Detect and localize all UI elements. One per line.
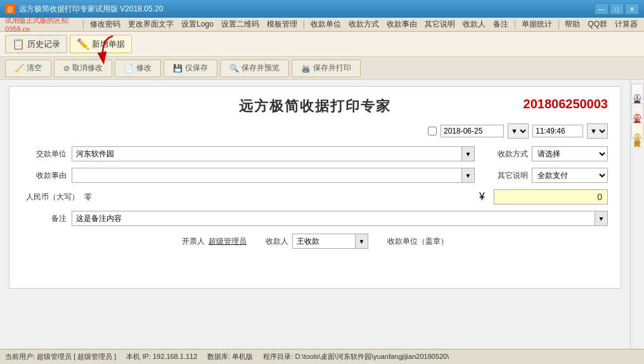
clear-button[interactable]: 🧹 清空	[5, 60, 51, 77]
drawer-label: 开票人	[182, 236, 205, 247]
payer-input[interactable]	[72, 146, 462, 161]
save-label: 仅保存	[185, 63, 208, 73]
title-bar-text: 远方极简收据打印专家试用版 V2018.05.20	[19, 4, 595, 15]
minimize-button[interactable]: —	[595, 3, 609, 15]
menu-receiver[interactable]: 收款人	[459, 18, 489, 31]
reason-dropdown-btn[interactable]: ▼	[462, 168, 475, 183]
status-db: 数据库: 单机版	[207, 352, 253, 361]
reason-input[interactable]	[72, 168, 462, 183]
payment-method-group: 收款方式 请选择 现金 转账 支票	[490, 146, 608, 161]
save-print-button[interactable]: 🖨️ 保存并打印	[292, 60, 361, 77]
date-checkbox[interactable]	[428, 127, 437, 135]
other-desc-group: 其它说明 全款支付 定金 尾款	[490, 168, 608, 183]
sidebar-tab-yellow[interactable]: ③财务联（黄）	[631, 123, 643, 139]
menu-payment-reason[interactable]: 收款事由	[383, 18, 421, 31]
other-select[interactable]: 全款支付 定金 尾款	[532, 168, 608, 183]
receiver-input[interactable]	[292, 234, 356, 249]
menu-modify-password[interactable]: 修改密码	[86, 18, 124, 31]
reason-label: 收款事由	[22, 170, 67, 181]
amount-label: 人民币（大写）	[22, 192, 79, 203]
toolbar: 📋 历史记录 ✏️ 新增单据	[0, 32, 644, 57]
receiver-dropdown-btn[interactable]: ▼	[356, 234, 368, 249]
time-dropdown[interactable]: ▼	[587, 123, 608, 139]
drawer-value: 超级管理员	[209, 236, 247, 247]
reason-field-group: ▼	[72, 168, 475, 183]
save-icon: 💾	[173, 64, 183, 73]
payer-field-group: ▼	[72, 146, 475, 161]
note-label: 备注	[22, 213, 67, 224]
menu-calculator[interactable]: 计算器	[611, 18, 641, 31]
sidebar-tab-red[interactable]: ②客户联（红）	[631, 103, 643, 119]
preview-label: 保存并预览	[242, 63, 280, 73]
edit-label: 修改	[136, 63, 151, 73]
status-user: 当前用户: 超级管理员 [ 超级管理员 ]	[5, 352, 116, 361]
payer-row: 交款单位 ▼ 收款方式 请选择 现金 转账 支票	[22, 146, 608, 161]
print-icon: 🖨️	[301, 64, 311, 73]
note-dropdown-btn[interactable]: ▼	[595, 211, 608, 226]
cancel-icon: ⊘	[63, 64, 70, 73]
note-field-group: ▼	[72, 211, 608, 226]
form-card: 远方极简收据打印专家 201806250003 ▼ ▼ 交款单位 ▼	[9, 86, 621, 289]
menu-bar: 试用版正式版的区别: 0359.cn 修改密码 更改界面文字 设置Logo 设置…	[0, 18, 644, 32]
action-bar: 🧹 清空 ⊘ 取消修改 📄 修改 💾 仅保存 🔍 保存并预览 🖨️ 保存并打印	[0, 57, 644, 80]
menu-help[interactable]: 帮助	[561, 18, 584, 31]
status-ip: 本机 IP: 192.168.1.112	[126, 352, 197, 361]
cancel-edit-button[interactable]: ⊘ 取消修改	[54, 60, 112, 77]
sidebar-tab-white[interactable]: ①存根联（白）	[631, 84, 643, 99]
payer-dropdown-btn[interactable]: ▼	[462, 146, 475, 161]
menu-template[interactable]: 模板管理	[263, 18, 301, 31]
status-bar: 当前用户: 超级管理员 [ 超级管理员 ] 本机 IP: 192.168.1.1…	[0, 349, 644, 364]
receiver-field-group: ▼	[292, 234, 368, 249]
maximize-button[interactable]: □	[610, 3, 624, 15]
menu-other-desc[interactable]: 其它说明	[421, 18, 459, 31]
menu-separator-2	[304, 20, 304, 29]
menu-qq[interactable]: QQ群	[584, 18, 611, 31]
time-input[interactable]	[532, 125, 583, 137]
footer-row: 开票人 超级管理员 收款人 ▼ 收款单位（盖章）	[22, 234, 608, 249]
menu-payer-unit[interactable]: 收款单位	[307, 18, 345, 31]
menu-statistics[interactable]: 单据统计	[518, 18, 556, 31]
amount-chinese-text: 零	[84, 192, 461, 203]
payer-label: 交款单位	[22, 149, 67, 160]
menu-set-logo[interactable]: 设置Logo	[177, 18, 217, 31]
preview-icon: 🔍	[229, 64, 239, 73]
amount-symbol: ¥	[479, 191, 485, 203]
note-input[interactable]	[72, 211, 595, 226]
print-label: 保存并打印	[313, 63, 351, 73]
main-content: 远方极简收据打印专家 201806250003 ▼ ▼ 交款单位 ▼	[0, 80, 644, 349]
payment-method-select[interactable]: 请选择 现金 转账 支票	[532, 146, 608, 161]
menu-separator-4	[558, 20, 559, 29]
date-input[interactable]	[441, 125, 504, 137]
window-controls: — □ ✕	[595, 3, 639, 15]
menu-change-ui[interactable]: 更改界面文字	[124, 18, 177, 31]
reason-row: 收款事由 ▼ 其它说明 全款支付 定金 尾款	[22, 168, 608, 183]
new-label: 新增单据	[92, 39, 125, 50]
close-button[interactable]: ✕	[625, 3, 639, 15]
date-row: ▼ ▼	[22, 123, 608, 139]
edit-icon: 📄	[124, 64, 134, 73]
amount-input[interactable]	[494, 189, 608, 204]
menu-set-qr[interactable]: 设置二维码	[217, 18, 263, 31]
eraser-icon: 🧹	[15, 64, 24, 73]
title-bar: @ 远方极简收据打印专家试用版 V2018.05.20 — □ ✕	[0, 0, 644, 18]
history-button[interactable]: 📋 历史记录	[5, 35, 67, 53]
app-icon: @	[5, 4, 15, 14]
receiver-group: 收款人 ▼	[266, 234, 368, 249]
menu-payment-method[interactable]: 收款方式	[345, 18, 383, 31]
history-label: 历史记录	[27, 39, 60, 50]
note-row: 备注 ▼	[22, 211, 608, 226]
edit-button[interactable]: 📄 修改	[115, 60, 161, 77]
date-dropdown[interactable]: ▼	[508, 123, 529, 139]
amount-row: 人民币（大写） 零 ¥	[22, 189, 608, 204]
payment-method-label: 收款方式	[490, 149, 528, 160]
history-icon: 📋	[12, 38, 25, 50]
new-record-button[interactable]: ✏️ 新增单据	[70, 35, 132, 53]
receiver-label: 收款人	[266, 236, 288, 247]
menu-note[interactable]: 备注	[489, 18, 512, 31]
save-preview-button[interactable]: 🔍 保存并预览	[220, 60, 289, 77]
save-only-button[interactable]: 💾 仅保存	[164, 60, 217, 77]
other-label: 其它说明	[490, 170, 528, 181]
right-sidebar: ①存根联（白） ②客户联（红） ③财务联（黄）	[630, 80, 644, 349]
pencil-icon: ✏️	[77, 38, 89, 50]
menu-separator	[83, 20, 84, 29]
